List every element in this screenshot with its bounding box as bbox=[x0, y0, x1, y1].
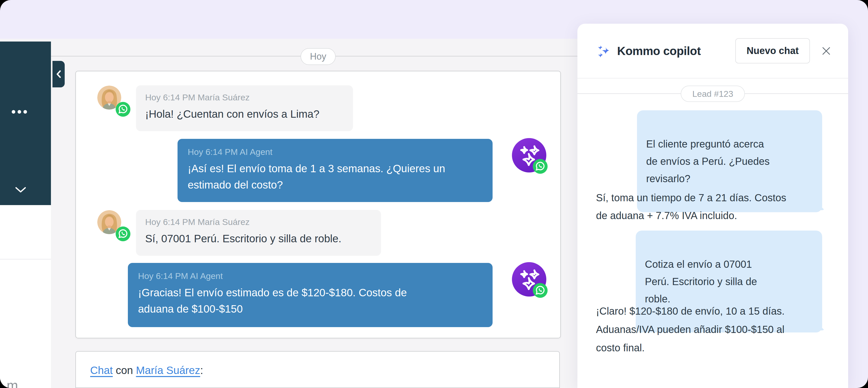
chat-link[interactable]: Chat bbox=[90, 364, 113, 376]
copilot-sparkles-icon bbox=[596, 43, 611, 58]
lead-badge: Lead #123 bbox=[681, 86, 745, 102]
whatsapp-badge-icon bbox=[116, 102, 130, 117]
note-plain-text: con bbox=[113, 364, 136, 376]
message-meta: Hoy 6:14 PM AI Agent bbox=[188, 147, 483, 157]
customer-avatar bbox=[97, 86, 121, 110]
copilot-reply-text: Sí, toma un tiempo de 7 a 21 días. Costo… bbox=[596, 189, 838, 225]
whatsapp-badge-icon bbox=[533, 159, 548, 174]
message-meta: Hoy 6:14 PM AI Agent bbox=[138, 271, 483, 281]
contact-link[interactable]: María Suárez bbox=[136, 364, 200, 376]
whatsapp-badge-icon bbox=[533, 283, 548, 298]
left-column-divider bbox=[0, 259, 51, 260]
copilot-title: Kommo copilot bbox=[617, 44, 701, 58]
message-text: ¡Hola! ¿Cuentan con envíos a Lima? bbox=[145, 106, 344, 122]
sidebar-collapse-button[interactable] bbox=[53, 61, 65, 87]
message-meta: Hoy 6:14 PM María Suárez bbox=[145, 217, 372, 227]
copilot-reply-text: ¡Claro! $120-$180 de envío, 10 a 15 días… bbox=[596, 302, 838, 357]
copilot-user-text: Cotiza el envío a 07001 Perú. Escritorio… bbox=[645, 259, 757, 304]
date-divider-pill: Hoy bbox=[301, 48, 336, 65]
message-bubble: Hoy 6:14 PM AI Agent ¡Gracias! El envío … bbox=[128, 263, 493, 327]
customer-avatar bbox=[97, 210, 121, 234]
message-bubble: Hoy 6:14 PM María Suárez Sí, 07001 Perú.… bbox=[136, 210, 381, 256]
ellipsis-menu-icon[interactable] bbox=[12, 110, 27, 114]
new-chat-button[interactable]: Nuevo chat bbox=[735, 38, 810, 63]
ai-agent-avatar bbox=[512, 262, 546, 297]
sidebar bbox=[0, 41, 51, 205]
chevron-down-icon[interactable] bbox=[14, 186, 27, 195]
message-bubble: Hoy 6:14 PM María Suárez ¡Hola! ¿Cuentan… bbox=[136, 85, 353, 131]
note-colon: : bbox=[200, 364, 203, 376]
chat-note-card: Chat con María Suárez: bbox=[75, 351, 560, 388]
clipped-text: m bbox=[7, 377, 18, 388]
left-column: m bbox=[0, 205, 51, 388]
close-icon[interactable] bbox=[820, 46, 832, 57]
message-text: ¡Así es! El envío toma de 1 a 3 semanas.… bbox=[188, 160, 483, 193]
copilot-user-text: El cliente preguntó acerca de envíos a P… bbox=[646, 138, 770, 184]
message-meta: Hoy 6:14 PM María Suárez bbox=[145, 92, 344, 102]
message-bubble: Hoy 6:14 PM AI Agent ¡Así es! El envío t… bbox=[178, 139, 493, 202]
chat-note-line: Chat con María Suárez: bbox=[90, 364, 559, 377]
chevron-left-icon bbox=[56, 69, 62, 79]
copilot-panel: Kommo copilot Nuevo chat Lead #123 El cl… bbox=[578, 24, 848, 388]
chat-window: Hoy 6:14 PM María Suárez ¡Hola! ¿Cuentan… bbox=[75, 71, 561, 338]
page: m Hoy bbox=[0, 0, 868, 388]
message-text: ¡Gracias! El envío estimado es de $120-$… bbox=[138, 285, 483, 317]
message-text: Sí, 07001 Perú. Escritorio y silla de ro… bbox=[145, 231, 372, 247]
copilot-header: Kommo copilot Nuevo chat bbox=[578, 24, 848, 79]
ai-agent-avatar bbox=[512, 138, 546, 173]
whatsapp-badge-icon bbox=[116, 227, 130, 241]
lead-divider-row: Lead #123 bbox=[578, 86, 848, 102]
